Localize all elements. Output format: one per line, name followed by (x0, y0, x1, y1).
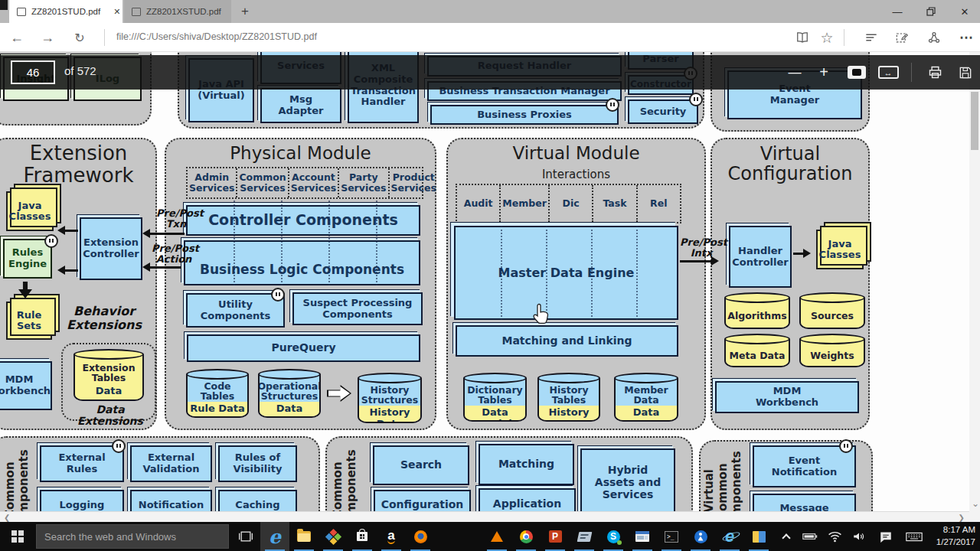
scrollbar-thumb[interactable] (971, 92, 978, 150)
tab-active[interactable]: ZZ8201STUD.pdf ✕ (9, 0, 122, 23)
close-button[interactable]: ✕ (949, 0, 980, 23)
new-tab-button[interactable]: + (234, 0, 256, 23)
horizontal-scrollbar[interactable]: ❮ ❯ (0, 511, 969, 522)
cylinder-bottom-label: Data (75, 384, 142, 399)
more-options-icon[interactable]: ⋯ (957, 29, 975, 46)
page-number-input[interactable]: 46 (11, 60, 55, 84)
extension-plug-icon (271, 288, 285, 302)
taskbar-command-prompt-button[interactable]: >_ (657, 522, 686, 551)
extension-plug-icon (839, 439, 853, 453)
tray-battery-icon[interactable] (798, 522, 822, 551)
diagram-cylinder-extension-tables: Extension TablesData (74, 349, 144, 401)
annotate-icon[interactable] (893, 29, 911, 46)
tray-wifi-icon[interactable] (822, 522, 847, 551)
section-vertical-label: Virtual Common Components (702, 444, 743, 522)
url-field[interactable]: file:///C:/Users/shiva/Desktop/ZZ8201STU… (116, 31, 545, 42)
tray-chevron-up-icon[interactable] (775, 522, 798, 551)
scroll-down-icon[interactable]: ⌄ (972, 499, 979, 508)
column-header: Audit (457, 185, 499, 222)
taskbar-vlc-button[interactable] (482, 522, 511, 551)
fit-to-width-button[interactable]: ↔ (875, 61, 901, 83)
tray-touch-keyboard-icon[interactable] (900, 522, 928, 551)
scroll-right-icon[interactable]: ❯ (959, 514, 965, 522)
minimize-button[interactable]: — (882, 0, 913, 23)
page-count-label: of 572 (64, 64, 96, 77)
close-tab-icon[interactable]: ✕ (113, 7, 120, 17)
amazon-icon: a (387, 529, 394, 544)
store-icon (357, 532, 368, 541)
forward-icon[interactable]: → (38, 29, 57, 46)
section-title: Physical Module (195, 144, 406, 163)
tray-action-center-icon[interactable] (873, 522, 899, 551)
refresh-icon[interactable]: ↻ (70, 29, 89, 46)
print-button[interactable] (923, 61, 946, 83)
restore-button[interactable] (916, 0, 946, 23)
taskbar-search-input[interactable] (36, 524, 229, 549)
column-header: Party Services (338, 168, 387, 197)
taskbar-chrome-button[interactable] (511, 522, 541, 551)
taskbar: e a P S (0, 522, 980, 551)
tab-bar: ZZ8201STUD.pdf ✕ ZZ8201XSTUD.pdf + — ✕ (0, 0, 980, 23)
cylinder-bottom-label: Data (260, 402, 319, 417)
fit-to-page-button[interactable] (844, 61, 869, 83)
taskbar-clock[interactable]: 8:17 AM 1/27/2017 (936, 522, 975, 551)
taskbar-blue-app-button[interactable] (686, 522, 715, 551)
task-view-button[interactable] (231, 522, 260, 551)
taskbar-mail-button[interactable] (628, 522, 657, 551)
diagram-box-matching-and-linking: Matching and Linking (456, 325, 678, 357)
zoom-in-button[interactable]: + (813, 61, 835, 83)
scroll-left-icon[interactable]: ❮ (4, 514, 10, 522)
hub-icon[interactable] (862, 29, 880, 46)
diagram-box-external-validation: External Validation (130, 445, 212, 482)
divider (911, 63, 912, 82)
reading-view-icon[interactable] (793, 29, 812, 46)
favorites-star-icon[interactable]: ☆ (818, 29, 836, 46)
back-icon[interactable]: ← (8, 29, 26, 46)
clock-time: 8:17 AM (943, 524, 975, 536)
taskbar-notes-button[interactable] (570, 522, 599, 551)
divider (844, 29, 844, 46)
interactions-label: Interactions (505, 168, 647, 181)
edge-icon: e (269, 526, 281, 548)
diagram-box-search: Search (373, 445, 469, 485)
column-header: Member (499, 185, 548, 222)
taskbar-maps-button[interactable] (744, 522, 773, 551)
zoom-out-button[interactable]: — (784, 61, 805, 83)
taskbar-file-explorer-button[interactable] (289, 522, 318, 551)
tab-inactive[interactable]: ZZ8201XSTUD.pdf (124, 0, 231, 23)
diagram-box-mdm-workbench-left: MDM Workbench (0, 361, 52, 410)
diagram-box-hybrid-assets: Hybrid Assets and Services (580, 448, 675, 517)
dotted-divider (636, 226, 638, 320)
vertical-scrollbar[interactable]: ⌄ (969, 52, 980, 522)
taskbar-internet-explorer-button[interactable]: e (715, 522, 744, 551)
taskbar-photos-button[interactable] (318, 522, 348, 551)
file-explorer-icon (297, 531, 311, 542)
start-button[interactable] (0, 522, 35, 551)
dotted-divider (591, 226, 593, 320)
notes-icon (577, 532, 592, 542)
diagram-cylinder-weights: Weights (799, 334, 865, 367)
section-title: Extension Framework (8, 142, 149, 186)
address-bar: ← → ↻ file:///C:/Users/shiva/Desktop/ZZ8… (0, 23, 980, 52)
restore-icon (926, 7, 936, 16)
share-icon[interactable] (925, 29, 943, 46)
dotted-divider (281, 201, 283, 285)
taskbar-powerpoint-button[interactable]: P (541, 522, 570, 551)
taskbar-store-button[interactable] (348, 522, 377, 551)
tray-volume-icon[interactable] (847, 522, 871, 551)
divider (104, 29, 105, 46)
skype-icon: S (607, 530, 620, 543)
cylinder-bottom-label: History Data (359, 406, 420, 423)
data-extensions-label: Data Extensions (67, 404, 153, 428)
diagram-box-suspect-processing: Suspect Processing Components (292, 292, 423, 325)
diagram-doc-java-classes-right: Java Classes (816, 230, 864, 269)
pre-post-txn-label: Pre/Post Txn (156, 208, 196, 230)
save-icon (958, 65, 973, 80)
taskbar-edge-button[interactable]: e (260, 522, 289, 551)
taskbar-skype-button[interactable]: S (599, 522, 628, 551)
save-button[interactable] (954, 61, 977, 83)
firefox-icon (414, 530, 427, 543)
taskbar-firefox-button[interactable] (406, 522, 435, 551)
vlc-cone-icon (491, 531, 503, 542)
taskbar-amazon-button[interactable]: a (377, 522, 406, 551)
